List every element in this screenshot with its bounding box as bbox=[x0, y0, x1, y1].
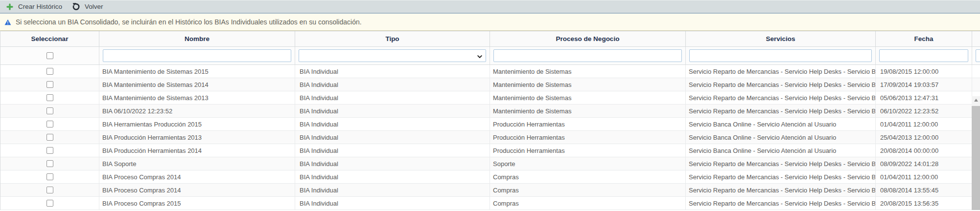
row-servicios: Servicio Reparto de Mercancias - Servici… bbox=[686, 105, 876, 117]
row-proceso: Mantenimiento de Sistemas bbox=[490, 78, 686, 91]
row-servicios: Servicio Banca Online - Servicio Atenció… bbox=[686, 131, 876, 144]
volver-label: Volver bbox=[85, 3, 103, 10]
table-row: BIA Proceso Compras 2014 BIA Individual … bbox=[0, 184, 980, 197]
row-proceso: Mantenimiento de Sistemas bbox=[490, 105, 686, 117]
row-proceso: Producción Herramientas bbox=[490, 131, 686, 144]
volver-button[interactable]: Volver bbox=[69, 0, 110, 13]
row-servicios: Servicio Reparto de Mercancias - Servici… bbox=[686, 65, 876, 78]
row-proceso: Producción Herramientas bbox=[490, 144, 686, 157]
vertical-scrollbar[interactable] bbox=[972, 96, 980, 210]
row-proceso: Compras bbox=[490, 170, 686, 183]
table-row: BIA Soporte BIA Individual Soporte Servi… bbox=[0, 157, 980, 170]
row-select-checkbox[interactable] bbox=[47, 81, 53, 88]
row-servicios: Servicio Banca Online - Servicio Atenció… bbox=[686, 144, 876, 157]
row-nombre: BIA Proceso Compras 2014 bbox=[99, 170, 295, 183]
column-header-fecha: Fecha bbox=[876, 31, 972, 46]
row-fecha: 06/10/2022 12:23:52 bbox=[876, 105, 972, 117]
bia-table: Seleccionar Nombre Tipo Proceso de Negoc… bbox=[0, 31, 980, 210]
row-tipo: BIA Individual bbox=[295, 197, 490, 210]
row-fecha: 05/06/2013 12:47:31 bbox=[876, 91, 972, 104]
row-nombre: BIA Proceso Compras 2015 bbox=[99, 197, 295, 210]
column-header-nombre: Nombre bbox=[99, 31, 295, 46]
row-proceso: Mantenimiento de Sistemas bbox=[490, 65, 686, 78]
row-tipo: BIA Individual bbox=[295, 78, 490, 91]
row-servicios: Servicio Reparto de Mercancias - Servici… bbox=[686, 78, 876, 91]
row-fecha: 19/08/2015 12:00:00 bbox=[876, 65, 972, 78]
row-fecha: 17/09/2014 19:03:57 bbox=[876, 78, 972, 91]
row-servicios: Servicio Reparto de Mercancias - Servici… bbox=[686, 157, 876, 170]
row-proceso: Mantenimiento de Sistemas bbox=[490, 91, 686, 104]
plus-icon bbox=[6, 3, 14, 11]
row-servicios: Servicio Reparto de Mercancias - Servici… bbox=[686, 91, 876, 104]
row-fecha: 08/08/2014 13:55:45 bbox=[876, 184, 972, 196]
row-tipo: BIA Individual bbox=[295, 170, 490, 183]
row-fecha: 25/04/2013 12:00:00 bbox=[876, 131, 972, 144]
toolbar: Crear Histórico Volver bbox=[0, 0, 980, 14]
column-header-seleccionar: Seleccionar bbox=[0, 31, 99, 46]
table-row: BIA Proceso Compras 2014 BIA Individual … bbox=[0, 170, 980, 184]
row-servicios: Servicio Reparto de Mercancias - Servici… bbox=[686, 184, 876, 196]
nombre-filter-input[interactable] bbox=[103, 49, 291, 62]
crear-historico-label: Crear Histórico bbox=[18, 3, 62, 10]
row-proceso: Producción Herramientas bbox=[490, 118, 686, 130]
bia-historico-page: Crear Histórico Volver Si selecciona un … bbox=[0, 0, 980, 211]
row-tipo: BIA Individual bbox=[295, 184, 490, 196]
row-select-checkbox[interactable] bbox=[47, 68, 53, 75]
row-fecha: 01/04/2011 12:00:00 bbox=[876, 170, 972, 183]
tipo-filter-select[interactable] bbox=[299, 49, 486, 62]
row-nombre: BIA Mantenimiento de Sistemas 2014 bbox=[99, 78, 295, 91]
row-select-checkbox[interactable] bbox=[47, 107, 53, 114]
column-header-tipo: Tipo bbox=[295, 31, 490, 46]
row-tipo: BIA Individual bbox=[295, 105, 490, 117]
row-select-checkbox[interactable] bbox=[47, 121, 53, 127]
row-nombre: BIA Mantenimiento de Sistemas 2013 bbox=[99, 91, 295, 104]
row-select-checkbox[interactable] bbox=[47, 187, 53, 193]
row-nombre: BIA Herramientas Producción 2015 bbox=[99, 118, 295, 130]
table-row: BIA Producción Herramientas 2013 BIA Ind… bbox=[0, 131, 980, 144]
filter-row bbox=[0, 47, 980, 65]
table-header-row: Seleccionar Nombre Tipo Proceso de Negoc… bbox=[0, 31, 980, 47]
proceso-filter-input[interactable] bbox=[493, 49, 682, 62]
warning-icon bbox=[4, 19, 11, 25]
column-header-extra bbox=[972, 31, 980, 46]
row-proceso: Compras bbox=[490, 197, 686, 210]
servicios-filter-input[interactable] bbox=[689, 49, 872, 62]
row-fecha: 20/08/2015 13:56:35 bbox=[876, 197, 972, 210]
table-row: BIA Mantenimiento de Sistemas 2015 BIA I… bbox=[0, 65, 980, 78]
row-select-checkbox[interactable] bbox=[47, 173, 53, 180]
notice-text: Si selecciona un BIA Consolidado, se inc… bbox=[16, 18, 362, 26]
row-select-checkbox[interactable] bbox=[47, 94, 53, 101]
scrollbar-thumb[interactable] bbox=[972, 106, 980, 210]
row-tipo: BIA Individual bbox=[295, 131, 490, 144]
table-row: BIA Herramientas Producción 2015 BIA Ind… bbox=[0, 118, 980, 131]
table-row: BIA Mantenimiento de Sistemas 2013 BIA I… bbox=[0, 91, 980, 105]
row-select-checkbox[interactable] bbox=[47, 134, 53, 141]
row-select-checkbox[interactable] bbox=[47, 200, 53, 207]
scrollbar-up-button[interactable] bbox=[972, 96, 980, 104]
notice-banner: Si selecciona un BIA Consolidado, se inc… bbox=[0, 14, 980, 31]
row-extra-cell bbox=[972, 65, 980, 78]
row-select-checkbox[interactable] bbox=[47, 147, 53, 154]
row-tipo: BIA Individual bbox=[295, 65, 490, 78]
column-header-servicios: Servicios bbox=[686, 31, 876, 46]
table-row: BIA 06/10/2022 12:23:52 BIA Individual M… bbox=[0, 105, 980, 118]
extra-filter-input[interactable] bbox=[976, 49, 980, 62]
row-nombre: BIA Proceso Compras 2014 bbox=[99, 184, 295, 196]
crear-historico-button[interactable]: Crear Histórico bbox=[3, 0, 69, 13]
row-proceso: Compras bbox=[490, 184, 686, 196]
row-fecha: 08/09/2022 14:01:28 bbox=[876, 157, 972, 170]
row-tipo: BIA Individual bbox=[295, 91, 490, 104]
row-servicios: Servicio Reparto de Mercancias - Servici… bbox=[686, 170, 876, 183]
fecha-filter-input[interactable] bbox=[879, 49, 968, 62]
row-nombre: BIA Producción Herramientas 2013 bbox=[99, 131, 295, 144]
table-row: BIA Proceso Compras 2015 BIA Individual … bbox=[0, 197, 980, 210]
row-proceso: Soporte bbox=[490, 157, 686, 170]
select-all-checkbox[interactable] bbox=[47, 52, 53, 59]
row-tipo: BIA Individual bbox=[295, 118, 490, 130]
row-fecha: 01/04/2011 12:00:00 bbox=[876, 118, 972, 130]
row-nombre: BIA Soporte bbox=[99, 157, 295, 170]
row-fecha: 20/08/2014 00:00:00 bbox=[876, 144, 972, 157]
row-tipo: BIA Individual bbox=[295, 144, 490, 157]
row-select-checkbox[interactable] bbox=[47, 160, 53, 167]
row-nombre: BIA 06/10/2022 12:23:52 bbox=[99, 105, 295, 117]
